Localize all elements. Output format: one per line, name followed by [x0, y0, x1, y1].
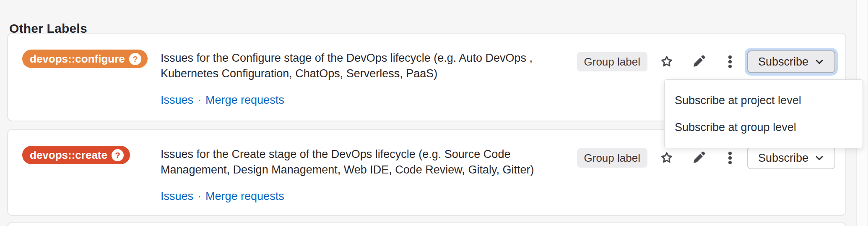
promote-star-icon[interactable]: [660, 55, 673, 68]
label-badge-devops-create[interactable]: devops::create ?: [22, 146, 130, 164]
more-actions-kebab-icon[interactable]: [726, 151, 734, 165]
labels-page: { "page": { "heading": "Other Labels" },…: [0, 0, 868, 226]
label-description: Issues for the Create stage of the DevOp…: [161, 147, 565, 178]
link-separator: ·: [193, 190, 205, 202]
subscribe-dropdown-button[interactable]: Subscribe: [747, 147, 835, 169]
issues-link[interactable]: Issues: [161, 94, 193, 106]
chevron-down-icon: [814, 57, 824, 67]
subscribe-dropdown-button[interactable]: Subscribe: [747, 50, 835, 73]
label-badge-devops-configure[interactable]: devops::configure ?: [22, 50, 148, 68]
merge-requests-link[interactable]: Merge requests: [205, 190, 284, 202]
label-badge-text: devops::create: [30, 149, 107, 162]
label-badge-column: devops::create ?: [22, 144, 161, 164]
label-links: Issues·Merge requests: [161, 95, 565, 106]
subscribe-button-label: Subscribe: [758, 55, 808, 68]
promote-star-icon[interactable]: [660, 151, 673, 165]
label-help-icon[interactable]: ?: [129, 53, 141, 65]
label-help-icon[interactable]: ?: [112, 149, 124, 161]
menu-item-subscribe-group-level[interactable]: Subscribe at group level: [665, 114, 863, 141]
label-badge-text: devops::configure: [30, 53, 125, 66]
group-label-badge: Group label: [577, 52, 647, 71]
label-row-partial: [7, 222, 846, 226]
label-links: Issues·Merge requests: [161, 191, 565, 202]
label-badge-column: devops::configure ?: [22, 48, 161, 68]
issues-link[interactable]: Issues: [161, 190, 193, 202]
edit-pencil-icon[interactable]: [692, 151, 705, 165]
edit-pencil-icon[interactable]: [692, 55, 705, 68]
merge-requests-link[interactable]: Merge requests: [205, 94, 284, 106]
chevron-down-icon: [814, 153, 824, 163]
group-label-badge: Group label: [577, 148, 647, 168]
more-actions-kebab-icon[interactable]: [726, 55, 734, 69]
label-description: Issues for the Configure stage of the De…: [161, 50, 565, 81]
menu-item-subscribe-project-level[interactable]: Subscribe at project level: [665, 87, 863, 114]
link-separator: ·: [193, 94, 205, 106]
subscribe-dropdown-menu: Subscribe at project level Subscribe at …: [664, 79, 863, 148]
subscribe-button-label: Subscribe: [758, 152, 808, 165]
